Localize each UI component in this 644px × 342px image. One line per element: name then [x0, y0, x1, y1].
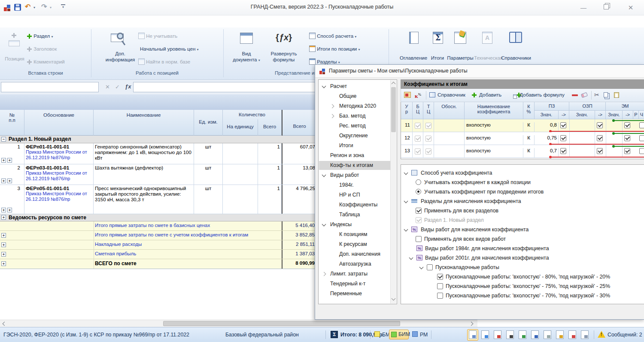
coins-doc-icon[interactable] [556, 330, 564, 339]
calc-doc-icon[interactable] [469, 330, 477, 339]
rm-label[interactable]: РМ [420, 332, 428, 338]
dialog-titlebar[interactable]: Параметры сметы - Мои сметы\Пусконаладоч… [315, 65, 644, 78]
radio-on-icon[interactable] [416, 189, 421, 194]
option-vidy-1984[interactable]: % Виды работ 1984г. для начисления коэфф… [401, 244, 641, 253]
button-spravochniki[interactable]: Справочники [501, 29, 532, 63]
table-row[interactable]: 3 + + ФЕРп05-01-001-01 Приказ Минстроя Р… [0, 185, 316, 214]
add-formula-button[interactable]: Добавить формулу [519, 89, 565, 101]
tree-item-obshchie[interactable]: Общие [319, 92, 391, 101]
button-parametry[interactable]: Параметры [447, 29, 474, 63]
tree-item-koef-ty-k-itogam[interactable]: Коэф-ты к итогам [319, 161, 391, 170]
bm-swatch-icon[interactable] [374, 331, 380, 337]
option-sposob-ucheta[interactable]: Способ учета коэффициента [401, 168, 641, 178]
tree-item-dop-nachisleniya[interactable]: Доп. начисления [319, 250, 391, 259]
section-row[interactable]: − Раздел 1. Новый раздел [0, 136, 316, 143]
customize-qat-icon[interactable]: ▾ [61, 4, 65, 9]
pz-apply-checkbox[interactable] [560, 135, 566, 141]
add-button[interactable]: Добавить [479, 89, 501, 101]
chart-doc-icon[interactable] [568, 330, 576, 339]
collapse-icon[interactable]: − [1, 137, 6, 142]
tree-item-res-metod[interactable]: Рес. метод [319, 121, 391, 130]
tree-item-region-i-zona[interactable]: Регион и зона [319, 151, 391, 160]
button-vid-dokumenta[interactable]: Вид документа ▾ [231, 29, 262, 70]
option-apply-all-sections[interactable]: Применять для всех разделов [401, 206, 641, 215]
expand-icon[interactable]: + [7, 208, 12, 212]
undo-dropdown-icon[interactable]: ▾ [33, 6, 35, 9]
button-itogi-po-pozitsii[interactable]: Итоги по позиции ▾ [309, 45, 360, 54]
expand-icon[interactable]: + [1, 242, 6, 247]
status-messages[interactable]: Сообщений: 2 [608, 332, 642, 338]
position-doc-link[interactable]: Приказ Минстроя России от 26.12.2019 №87… [26, 170, 92, 181]
button-razdel[interactable]: Раздел ▾ [27, 32, 53, 41]
coefficient-row[interactable]: 12 вхолостую К 0,75 [401, 132, 644, 145]
tree-item-baz-metod[interactable]: Баз. метод [319, 112, 391, 121]
tree-scrollbar[interactable] [390, 80, 396, 303]
option-radio-at-totals[interactable]: Учитывать коэффициент при подведении ито… [401, 187, 641, 197]
tree-item-metodika-2020[interactable]: Методика 2020 [319, 102, 391, 111]
total-row-vsego[interactable]: + ВСЕГО по смете 8 090,99 [0, 259, 316, 269]
bim-toggle[interactable]: БИМ [389, 330, 409, 339]
button-razvernut-formuly[interactable]: {ƒx} Развернуть формулы [264, 29, 303, 70]
option-vidy-2001[interactable]: % Виды работ 2001г. для начисления коэфф… [401, 253, 641, 263]
section-row-resources[interactable]: + Ведомость ресурсов по смете [0, 214, 316, 221]
checkbox-off-icon[interactable] [416, 236, 422, 242]
scroll-up-icon[interactable] [392, 82, 396, 86]
table-row[interactable]: 2 + + ФЕРп03-01-001-01 Приказ Минстроя Р… [0, 164, 316, 185]
position-doc-link[interactable]: Приказ Минстроя России от 26.12.2019 №87… [26, 149, 92, 160]
scroll-left-icon[interactable] [3, 322, 7, 326]
horizontal-scrollbar[interactable] [0, 320, 477, 327]
checkbox-off-icon[interactable] [427, 264, 433, 270]
em-apply-checkbox[interactable] [624, 135, 630, 141]
tree-item-avtozagruzka[interactable]: Автозагрузка [319, 260, 391, 269]
radio-off-icon[interactable] [416, 179, 421, 185]
scrollbar-thumb[interactable] [163, 321, 400, 326]
tree-item-tendernyy-k-t[interactable]: Тендерный к-т [319, 279, 391, 288]
checkbox-on-icon[interactable] [416, 208, 422, 214]
button-nachalnyy-uroven-tsen[interactable]: Начальный уровень цен ▾ [140, 45, 199, 54]
expand-icon[interactable]: + [7, 158, 12, 163]
cut-icon[interactable]: ✂ [594, 91, 599, 98]
copy-icon[interactable] [604, 92, 608, 97]
ch-checkbox[interactable] [639, 122, 644, 128]
button-dop-informatsiya[interactable]: Доп. информация [102, 29, 138, 70]
pz-apply-checkbox[interactable] [560, 122, 566, 128]
total-row[interactable]: + Итого прямые затраты по смете с учетом… [0, 231, 316, 240]
position-doc-link[interactable]: Приказ Минстроя России от 26.12.2019 №87… [26, 191, 92, 202]
scroll-down-icon[interactable] [392, 297, 396, 301]
tree-item-k-pozitsiyam[interactable]: К позициям [319, 230, 391, 239]
expand-icon[interactable]: + [7, 179, 12, 183]
ozp-apply-checkbox[interactable] [597, 122, 603, 128]
tree-item-raschet[interactable]: Расчет [319, 82, 391, 91]
cell-reference-input[interactable] [1, 82, 99, 92]
em-apply-checkbox[interactable] [624, 148, 630, 154]
expand-icon[interactable]: + [1, 158, 6, 163]
tree-item-koeffitsienty[interactable]: Коэффициенты [319, 200, 391, 209]
option-pnr-75-25[interactable]: Пусконаладочные работы: 'вхолостую' - 75… [401, 281, 641, 291]
tsn-doc-icon[interactable] [506, 330, 514, 339]
eraser-doc-icon[interactable] [544, 330, 551, 339]
tree-item-vidy-rabot[interactable]: Виды работ [319, 171, 391, 180]
ozp-apply-checkbox[interactable] [597, 135, 603, 141]
expand-icon[interactable]: + [1, 261, 6, 266]
expand-icon[interactable]: + [1, 215, 6, 220]
nr-doc-icon[interactable] [531, 330, 539, 339]
delete-icon[interactable] [572, 94, 578, 96]
total-row[interactable]: Итого прямые затраты по смете в базисных… [0, 221, 316, 231]
button-itogi[interactable]: Σ Итоги [428, 29, 447, 63]
minimize-button[interactable]: — [579, 3, 588, 12]
eraser-icon[interactable] [581, 92, 588, 98]
option-apply-all-work-types[interactable]: Применять для всех видов работ [401, 234, 641, 244]
table-row[interactable]: 1 + + ФЕРп01-01-001-01 Приказ Минстроя Р… [0, 143, 316, 164]
restore-button[interactable] [604, 4, 609, 9]
scroll-right-icon[interactable] [469, 322, 474, 326]
ch-checkbox[interactable] [639, 148, 644, 154]
checkbox-off-icon[interactable] [437, 283, 443, 289]
expand-icon[interactable]: + [1, 252, 6, 257]
option-radio-each-position[interactable]: Учитывать коэффициент в каждой позиции [401, 178, 641, 187]
ch-checkbox[interactable] [639, 135, 644, 141]
close-button[interactable]: ✕ [626, 3, 635, 12]
spravochnik-button[interactable]: Справочник [437, 89, 465, 101]
total-row[interactable]: + Сметная прибыль 1 387,03 [0, 250, 316, 259]
undo-icon[interactable]: ↶ [25, 3, 30, 11]
tree-item-1984[interactable]: 1984г. [319, 181, 391, 190]
